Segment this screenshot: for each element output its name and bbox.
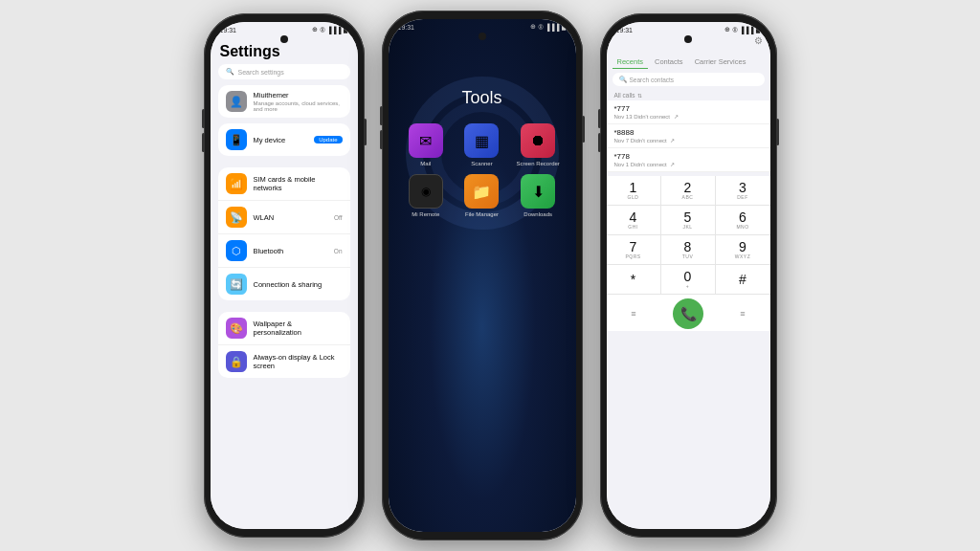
update-badge[interactable]: Update bbox=[314, 136, 342, 143]
dial-key-4[interactable]: 4 GHI bbox=[607, 206, 661, 235]
power-button[interactable] bbox=[364, 119, 367, 145]
app-mail[interactable]: ✉ Mail bbox=[402, 123, 451, 166]
dial-key-0[interactable]: 0 + bbox=[661, 265, 716, 295]
bluetooth-status: On bbox=[334, 248, 343, 254]
my-device-label: My device bbox=[254, 136, 308, 144]
status-icons: ⊕®▐▐▐▊ bbox=[312, 26, 347, 33]
settings-item-always-on[interactable]: 🔒 Always-on display & Lock screen bbox=[218, 345, 350, 378]
settings-item-sim[interactable]: 📶 SIM cards & mobile networks bbox=[218, 167, 350, 201]
call-icon[interactable]: 📞 bbox=[673, 298, 703, 329]
vol-up-button[interactable] bbox=[202, 109, 205, 128]
camera-punch-hole bbox=[280, 35, 288, 43]
wlan-status: Off bbox=[334, 214, 343, 221]
call-number: *8888 bbox=[614, 128, 763, 137]
scanner-label: Scanner bbox=[471, 161, 492, 166]
camera-punch-hole bbox=[684, 35, 692, 43]
dial-key-2[interactable]: 2 ABC bbox=[661, 176, 716, 206]
dialer-tabs: Recents Contacts Carrier Services bbox=[607, 48, 770, 73]
dial-key-9[interactable]: 9 WXYZ bbox=[716, 235, 770, 265]
call-detail: Nov 7 Didn't connect ↗ bbox=[614, 137, 763, 143]
network-cards: 📶 SIM cards & mobile networks 📡 WLAN Off… bbox=[218, 167, 350, 300]
dial-key-5[interactable]: 5 JKL bbox=[661, 206, 716, 235]
dial-key-8[interactable]: 8 TUV bbox=[661, 235, 716, 265]
recorder-icon: ⏺ bbox=[521, 123, 555, 158]
tab-recents[interactable]: Recents bbox=[612, 55, 649, 69]
wlan-text: WLAN bbox=[254, 213, 327, 222]
settings-item-wlan[interactable]: 📡 WLAN Off bbox=[218, 201, 350, 234]
dial-key-3[interactable]: 3 DEF bbox=[716, 176, 770, 206]
miremote-icon: ◉ bbox=[409, 174, 443, 209]
search-placeholder: Search contacts bbox=[630, 77, 675, 83]
vol-down-button[interactable] bbox=[380, 130, 383, 149]
sim-icon: 📶 bbox=[226, 173, 247, 194]
search-icon: 🔍 bbox=[226, 68, 234, 76]
settings-item-my-device[interactable]: 📱 My device Update bbox=[218, 123, 350, 156]
calls-header: All calls ⇅ bbox=[607, 90, 770, 100]
vol-down-button[interactable] bbox=[202, 133, 205, 152]
vol-down-button[interactable] bbox=[598, 133, 601, 152]
miuithemer-card: 👤 Miuithemer Manage accounts, cloud serv… bbox=[218, 85, 350, 118]
voicemail-button[interactable]: ≡ bbox=[607, 298, 661, 329]
downloads-label: Downloads bbox=[523, 211, 552, 217]
my-device-card: 📱 My device Update bbox=[218, 123, 350, 156]
dial-key-hash[interactable]: # bbox=[716, 265, 770, 295]
always-on-icon: 🔒 bbox=[226, 351, 247, 372]
settings-item-wallpaper[interactable]: 🎨 Wallpaper & personalization bbox=[218, 312, 350, 345]
app-file-manager[interactable]: 📁 File Manager bbox=[457, 174, 506, 217]
always-on-text: Always-on display & Lock screen bbox=[254, 353, 343, 370]
wlan-icon: 📡 bbox=[226, 207, 247, 228]
settings-item-miuithemer[interactable]: 👤 Miuithemer Manage accounts, cloud serv… bbox=[218, 85, 350, 118]
dial-key-6[interactable]: 6 MNO bbox=[716, 206, 770, 235]
dial-key-star[interactable]: * bbox=[607, 265, 661, 295]
bluetooth-icon: ⬡ bbox=[226, 240, 247, 261]
sim-text: SIM cards & mobile networks bbox=[254, 175, 343, 192]
settings-item-bluetooth[interactable]: ⬡ Bluetooth On bbox=[218, 234, 350, 268]
search-bar[interactable]: 🔍 Search settings bbox=[218, 64, 350, 79]
power-button[interactable] bbox=[776, 119, 779, 145]
app-downloads[interactable]: ⬇ Downloads bbox=[514, 174, 563, 217]
call-item[interactable]: *778 Nov 1 Didn't connect ↗ bbox=[607, 148, 770, 172]
sim-label: SIM cards & mobile networks bbox=[254, 175, 343, 192]
files-label: File Manager bbox=[465, 211, 499, 217]
miuithemer-text: Miuithemer Manage accounts, cloud servic… bbox=[254, 91, 343, 112]
miremote-label: Mi Remote bbox=[412, 211, 439, 217]
settings-item-connection-sharing[interactable]: 🔄 Connection & sharing bbox=[218, 268, 350, 300]
wlan-label: WLAN bbox=[254, 213, 327, 222]
dial-key-7[interactable]: 7 PQRS bbox=[607, 235, 661, 265]
tab-carrier-services[interactable]: Carrier Services bbox=[690, 55, 751, 69]
app-scanner[interactable]: ▦ Scanner bbox=[457, 123, 506, 166]
sort-icon[interactable]: ⇅ bbox=[637, 92, 642, 99]
scanner-icon: ▦ bbox=[464, 123, 499, 158]
settings-icon[interactable]: ⚙ bbox=[754, 35, 763, 46]
vol-up-button[interactable] bbox=[598, 109, 601, 128]
vol-up-button[interactable] bbox=[380, 106, 383, 125]
connection-label: Connection & sharing bbox=[254, 280, 343, 289]
backspace-button[interactable]: ≡ bbox=[716, 298, 770, 329]
call-button[interactable]: 📞 bbox=[661, 298, 716, 329]
connection-icon: 🔄 bbox=[226, 274, 247, 295]
status-icons: ⊕®▐▐▐▊ bbox=[724, 26, 760, 33]
app-screen-recorder[interactable]: ⏺ Screen Recorder bbox=[514, 123, 563, 166]
call-item[interactable]: *8888 Nov 7 Didn't connect ↗ bbox=[607, 124, 770, 148]
always-on-label: Always-on display & Lock screen bbox=[254, 353, 343, 370]
dialer-screen: 19:31 ⊕®▐▐▐▊ ⚙ Recents Contacts Carrier … bbox=[607, 22, 770, 529]
contact-search[interactable]: 🔍 Search contacts bbox=[612, 73, 765, 86]
call-number: *778 bbox=[614, 152, 763, 161]
wallpaper-text: Wallpaper & personalization bbox=[254, 320, 343, 337]
camera-punch-hole bbox=[479, 33, 486, 40]
tools-title: Tools bbox=[389, 33, 576, 108]
dial-pad: 1 GLD 2 ABC 3 DEF 4 GHI 5 JKL bbox=[607, 176, 770, 295]
downloads-icon: ⬇ bbox=[521, 174, 555, 209]
mail-icon: ✉ bbox=[409, 123, 443, 158]
settings-screen: 19:31 ⊕®▐▐▐▊ Settings 🔍 Search settings … bbox=[211, 22, 358, 529]
power-button[interactable] bbox=[582, 116, 585, 143]
status-icons: ⊕®▐▐▐▊ bbox=[530, 23, 566, 31]
call-item[interactable]: *777 Nov 13 Didn't connect ↗ bbox=[607, 100, 770, 124]
status-bar: 19:31 ⊕®▐▐▐▊ bbox=[607, 22, 770, 35]
dial-key-1[interactable]: 1 GLD bbox=[607, 176, 661, 206]
tab-contacts[interactable]: Contacts bbox=[650, 55, 688, 69]
miuithemer-icon: 👤 bbox=[226, 91, 247, 112]
app-mi-remote[interactable]: ◉ Mi Remote bbox=[402, 174, 451, 217]
call-detail: Nov 1 Didn't connect ↗ bbox=[614, 161, 763, 167]
status-time: 19:31 bbox=[398, 24, 415, 31]
